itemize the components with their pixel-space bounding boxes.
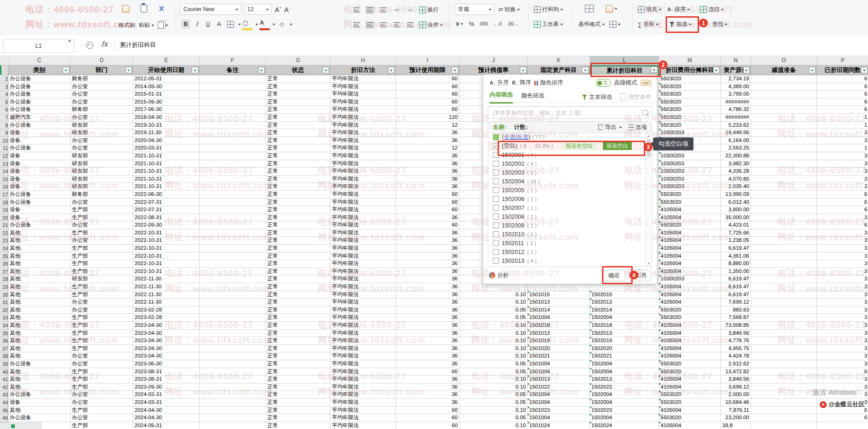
cell-O9[interactable] <box>751 129 817 137</box>
distribute-icon[interactable] <box>406 20 415 29</box>
cell-C31[interactable]: 其他 <box>8 299 71 306</box>
cell-G21[interactable]: 正常 <box>266 221 330 229</box>
cell-J29[interactable] <box>460 283 528 291</box>
cell-E13[interactable]: 2021-10-31 <box>133 160 200 168</box>
cell-C22[interactable]: 其他 <box>8 229 71 237</box>
cell-D37[interactable]: 生产部 <box>71 345 133 353</box>
cell-E30[interactable]: 2022-11-30 <box>133 291 200 299</box>
cell-E31[interactable]: 2022-11-30 <box>133 299 200 306</box>
cell-P10[interactable]: 3 <box>817 137 868 145</box>
cell-C27[interactable]: 其他 <box>8 268 71 276</box>
cell-M26[interactable]: 4105004 <box>659 260 721 268</box>
cell-E9[interactable]: 2019-11-30 <box>133 129 200 137</box>
filter-item-select-all[interactable]: (全选|反选) ( 77 ) <box>488 133 646 142</box>
cell-C17[interactable]: 办公设备 <box>8 191 71 199</box>
cell-N28[interactable]: 6,619.47 <box>721 275 751 283</box>
cell-G22[interactable]: 正常 <box>266 229 330 237</box>
cell-F46[interactable] <box>200 414 266 422</box>
cell-H5[interactable]: 平均年限法 <box>330 98 396 106</box>
cell-G43[interactable]: 正常 <box>266 391 330 399</box>
cell-O41[interactable] <box>751 376 817 384</box>
cell-I2[interactable]: 60 <box>396 75 460 83</box>
cell-H41[interactable]: 平均年限法 <box>330 376 396 384</box>
cell-I30[interactable]: 36 <box>396 291 460 299</box>
cell-L33[interactable]: 1502004 <box>590 314 659 322</box>
cell-J30[interactable]: 0.10 <box>460 291 528 299</box>
cell-P8[interactable]: 1 <box>817 122 868 130</box>
cell-C26[interactable]: 其他 <box>8 260 71 268</box>
cell-M30[interactable]: 4105004 <box>659 291 721 299</box>
worksheet-button[interactable]: 工作表 <box>534 20 563 28</box>
row-header-19[interactable]: 19 <box>0 206 8 214</box>
cell-P30[interactable]: 3 <box>817 291 868 299</box>
filter-search-input[interactable] <box>492 109 642 117</box>
cell-G35[interactable]: 正常 <box>266 330 330 338</box>
item-checkbox[interactable] <box>493 258 499 264</box>
column-letter-I[interactable]: I <box>396 56 460 65</box>
cell-D26[interactable]: 生产部 <box>71 260 133 268</box>
cell-J44[interactable]: 0.05 <box>460 399 528 407</box>
cell-H26[interactable]: 平均年限法 <box>330 260 396 268</box>
cell-G20[interactable]: 正常 <box>266 214 330 222</box>
cell-G45[interactable]: 正常 <box>266 407 330 415</box>
cell-E43[interactable]: 2024-03-31 <box>133 391 200 399</box>
cell-M35[interactable]: 4105004 <box>659 330 721 338</box>
cell-M6[interactable]: 5503020 <box>659 106 721 114</box>
cell-H19[interactable]: 平均年限法 <box>330 206 396 214</box>
cell-D46[interactable]: 办公室 <box>71 414 133 422</box>
cell-M2[interactable]: 5503020 <box>659 75 721 83</box>
blank-checkbox[interactable]: ✓ <box>493 143 499 149</box>
filter-item-1502009[interactable]: 1502009( 1 ) <box>488 221 646 230</box>
column-letter-J[interactable]: J <box>460 56 528 65</box>
cell-F41[interactable] <box>200 376 266 384</box>
cell-O33[interactable] <box>751 314 817 322</box>
row-header-31[interactable]: 31 <box>0 299 8 306</box>
cell-I32[interactable]: 36 <box>396 306 460 314</box>
column-header-H[interactable]: 折旧方法 <box>330 65 396 75</box>
cell-N15[interactable]: 4,070.80 <box>721 176 751 183</box>
wrap-text-button[interactable]: 换行 <box>419 6 439 14</box>
cell-N29[interactable]: 6,619.47 <box>721 283 751 291</box>
cell-P14[interactable]: 3 <box>817 168 868 176</box>
cell-N16[interactable]: 2,035.40 <box>721 183 751 191</box>
cell-O2[interactable] <box>751 75 817 83</box>
cell-D23[interactable]: 办公室 <box>71 237 133 245</box>
item-checkbox[interactable] <box>493 152 499 158</box>
align-right-icon[interactable] <box>379 20 388 29</box>
cell-F32[interactable] <box>200 306 266 314</box>
cell-I16[interactable]: 36 <box>396 183 460 191</box>
filter-arrow-icon-P[interactable] <box>861 67 868 73</box>
cell-C20[interactable]: 设备 <box>8 214 71 222</box>
row-header-36[interactable]: 36 <box>0 337 8 345</box>
cell-D20[interactable]: 生产部 <box>71 214 133 222</box>
cell-N39[interactable]: 2,912.62 <box>721 360 751 368</box>
cell-E40[interactable]: 2023-08-31 <box>133 368 200 376</box>
cell-O38[interactable] <box>751 352 817 360</box>
cell-F2[interactable] <box>200 75 266 83</box>
cell-P32[interactable]: 3 <box>817 306 868 314</box>
tab-content-filter[interactable]: 内容筛选 <box>490 91 513 104</box>
cell-P31[interactable]: 3 <box>817 299 868 306</box>
column-header-D[interactable]: 部门 <box>71 65 133 75</box>
cell-H6[interactable]: 平均年限法 <box>330 106 396 114</box>
cell-D34[interactable]: 生产部 <box>71 322 133 330</box>
cell-D32[interactable]: 办公室 <box>71 306 133 314</box>
cell-P23[interactable]: 3 <box>817 237 868 245</box>
filter-arrow-icon-G[interactable] <box>323 67 329 73</box>
row-header-17[interactable]: 17 <box>0 191 8 199</box>
cell-M43[interactable]: 5503020 <box>659 391 721 399</box>
cell-E5[interactable]: 2015-09-30 <box>133 98 200 106</box>
cell-C40[interactable]: 其他 <box>8 368 71 376</box>
find-button[interactable]: 查找 <box>712 20 727 28</box>
cell-I6[interactable]: 60 <box>396 106 460 114</box>
cell-H21[interactable]: 平均年限法 <box>330 221 396 229</box>
row-header-32[interactable]: 32 <box>0 306 8 314</box>
cell-H24[interactable]: 平均年限法 <box>330 245 396 253</box>
cell-N40[interactable]: 13,472.82 <box>721 368 751 376</box>
indent-decrease-icon[interactable]: ⇦ <box>392 6 402 14</box>
cell-F47[interactable] <box>200 422 266 429</box>
cell-J38[interactable]: 0.10 <box>460 352 528 360</box>
cell-O36[interactable] <box>751 337 817 345</box>
cell-L32[interactable]: 1502014 <box>590 306 659 314</box>
cell-F19[interactable] <box>200 206 266 214</box>
